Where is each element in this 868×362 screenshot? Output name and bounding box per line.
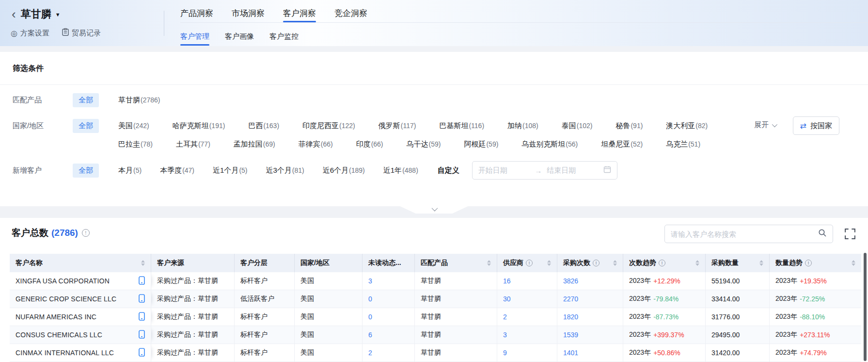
- contact-phone-icon[interactable]: [139, 312, 145, 322]
- country-filter-item[interactable]: 坦桑尼亚(52): [601, 140, 643, 149]
- expand-toggle[interactable]: 展开: [754, 120, 776, 130]
- unread-updates-link[interactable]: 0: [368, 313, 372, 321]
- column-header-purchase-count[interactable]: 采购次数!: [557, 254, 623, 272]
- country-filter-item[interactable]: 俄罗斯(117): [379, 121, 416, 131]
- country-filter-item[interactable]: 菲律宾(66): [299, 140, 333, 149]
- vertical-scrollbar[interactable]: [864, 253, 867, 361]
- sort-icon[interactable]: [695, 260, 699, 266]
- sort-icon[interactable]: [487, 260, 491, 266]
- info-icon[interactable]: !: [526, 260, 533, 266]
- info-icon[interactable]: !: [82, 229, 90, 237]
- top-tab[interactable]: 市场洞察: [232, 6, 265, 22]
- title-dropdown-icon[interactable]: ▼: [55, 12, 61, 17]
- customer-name[interactable]: NUFARM AMERICAS INC: [16, 313, 96, 321]
- sort-icon[interactable]: [852, 260, 855, 266]
- country-filter-item[interactable]: 美国(242): [118, 121, 149, 131]
- suppliers-link[interactable]: 3: [503, 331, 507, 339]
- info-icon[interactable]: !: [659, 260, 665, 266]
- purchase-count-link[interactable]: 1401: [563, 349, 578, 357]
- table-row[interactable]: CONSUS CHEMICALS LLC 采购过产品：草甘膦 标杆客户 美国 6…: [10, 326, 861, 344]
- column-header-product[interactable]: 匹配产品: [415, 254, 497, 272]
- sub-tab[interactable]: 客户管理: [180, 28, 209, 46]
- date-range-picker[interactable]: 开始日期 → 结束日期: [472, 161, 617, 180]
- country-filter-item[interactable]: 乌兹别克斯坦(56): [521, 140, 578, 149]
- top-tab[interactable]: 客户洞察: [283, 6, 316, 22]
- top-tab[interactable]: 竞企洞察: [334, 6, 367, 22]
- country-filter-item[interactable]: 澳大利亚(82): [666, 121, 708, 131]
- contact-phone-icon[interactable]: [139, 348, 145, 358]
- country-filter-item[interactable]: 乌干达(59): [407, 140, 441, 149]
- unread-updates-link[interactable]: 3: [368, 277, 372, 285]
- unread-updates-link[interactable]: 6: [368, 331, 372, 339]
- suppliers-link[interactable]: 9: [503, 349, 507, 357]
- country-filter-item[interactable]: 土耳其(77): [176, 140, 210, 149]
- sub-tab[interactable]: 客户监控: [269, 28, 299, 46]
- column-header-count-trend[interactable]: 次数趋势!: [623, 254, 706, 272]
- sort-icon[interactable]: [613, 260, 617, 266]
- country-filter-item[interactable]: 泰国(102): [562, 121, 593, 131]
- customer-name[interactable]: XINGFA USA CORPORATION: [16, 277, 110, 285]
- sort-icon[interactable]: [141, 260, 145, 266]
- suppliers-link[interactable]: 30: [503, 295, 511, 303]
- collapse-filters-button[interactable]: [400, 206, 468, 214]
- new-customer-filter-item[interactable]: 近6个月(189): [323, 166, 365, 175]
- new-customer-filter-item[interactable]: 近1个月(5): [213, 166, 247, 175]
- fullscreen-expand-icon[interactable]: [845, 229, 855, 239]
- country-filter-item[interactable]: 哈萨克斯坦(191): [173, 121, 225, 131]
- info-icon[interactable]: !: [805, 260, 812, 266]
- contact-phone-icon[interactable]: [139, 276, 145, 286]
- product-all-chip[interactable]: 全部: [73, 93, 99, 107]
- by-country-button[interactable]: ⇄ 按国家: [793, 116, 839, 135]
- end-date-input[interactable]: 结束日期: [547, 166, 599, 175]
- sort-icon[interactable]: [759, 260, 763, 266]
- suppliers-link[interactable]: 16: [503, 277, 511, 285]
- country-filter-item[interactable]: 秘鲁(91): [615, 121, 643, 131]
- country-filter-item[interactable]: 印度(66): [356, 140, 383, 149]
- purchase-count-link[interactable]: 1539: [563, 331, 578, 339]
- country-all-chip[interactable]: 全部: [73, 119, 99, 133]
- contact-phone-icon[interactable]: [139, 330, 145, 340]
- country-filter-item[interactable]: 孟加拉国(69): [234, 140, 275, 149]
- column-header-quantity[interactable]: 采购数量: [706, 254, 770, 272]
- sub-tab[interactable]: 客户画像: [225, 28, 254, 46]
- new-customer-filter-item[interactable]: 近3个月(81): [266, 166, 304, 175]
- purchase-count-link[interactable]: 3826: [563, 277, 578, 285]
- scheme-settings-button[interactable]: ◎ 方案设置: [11, 28, 49, 38]
- customer-name[interactable]: GENERIC CROP SCIENCE LLC: [16, 295, 116, 303]
- unread-updates-link[interactable]: 2: [368, 349, 372, 357]
- custom-range-button[interactable]: 自定义: [438, 166, 459, 175]
- product-filter-item[interactable]: 草甘膦(2786): [118, 96, 160, 105]
- column-header-name[interactable]: 客户名称: [10, 254, 151, 272]
- back-icon[interactable]: ‹: [11, 9, 17, 19]
- customer-search-input[interactable]: [671, 230, 818, 238]
- country-filter-item[interactable]: 巴拉圭(78): [118, 140, 153, 149]
- suppliers-link[interactable]: 2: [503, 313, 507, 321]
- new-customer-filter-item[interactable]: 本月(5): [118, 166, 142, 175]
- contact-phone-icon[interactable]: [139, 294, 145, 304]
- info-icon[interactable]: !: [593, 260, 600, 266]
- column-header-quantity-trend[interactable]: 数量趋势!: [770, 254, 861, 272]
- trade-records-button[interactable]: 贸易记录: [62, 28, 101, 38]
- table-row[interactable]: XINGFA USA CORPORATION 采购过产品：草甘膦 标杆客户 美国…: [10, 272, 861, 290]
- table-row[interactable]: NUFARM AMERICAS INC 采购过产品：草甘膦 标杆客户 美国 0 …: [10, 308, 861, 326]
- new-customer-filter-item[interactable]: 近1年(488): [383, 166, 418, 175]
- customer-name[interactable]: CINMAX INTERNATIONAL LLC: [16, 349, 114, 357]
- new-customer-all-chip[interactable]: 全部: [73, 164, 99, 178]
- table-row[interactable]: CINMAX INTERNATIONAL LLC 采购过产品：草甘膦 标杆客户 …: [10, 344, 861, 362]
- page-title[interactable]: 草甘膦: [21, 7, 51, 21]
- start-date-input[interactable]: 开始日期: [478, 166, 530, 175]
- country-filter-item[interactable]: 巴基斯坦(116): [439, 121, 484, 131]
- top-tab[interactable]: 产品洞察: [180, 6, 213, 22]
- column-header-suppliers[interactable]: 供应商!: [497, 254, 557, 272]
- new-customer-filter-item[interactable]: 本季度(47): [160, 166, 194, 175]
- purchase-count-link[interactable]: 2270: [563, 295, 578, 303]
- search-icon[interactable]: [818, 229, 827, 239]
- country-filter-item[interactable]: 乌克兰(51): [666, 140, 700, 149]
- table-row[interactable]: GENERIC CROP SCIENCE LLC 采购过产品：草甘膦 低活跃客户…: [10, 290, 861, 308]
- country-filter-item[interactable]: 印度尼西亚(122): [302, 121, 355, 131]
- unread-updates-link[interactable]: 0: [368, 295, 372, 303]
- purchase-count-link[interactable]: 1820: [563, 313, 578, 321]
- country-filter-item[interactable]: 加纳(108): [507, 121, 538, 131]
- sort-icon[interactable]: [547, 260, 551, 266]
- country-filter-item[interactable]: 巴西(163): [248, 121, 279, 131]
